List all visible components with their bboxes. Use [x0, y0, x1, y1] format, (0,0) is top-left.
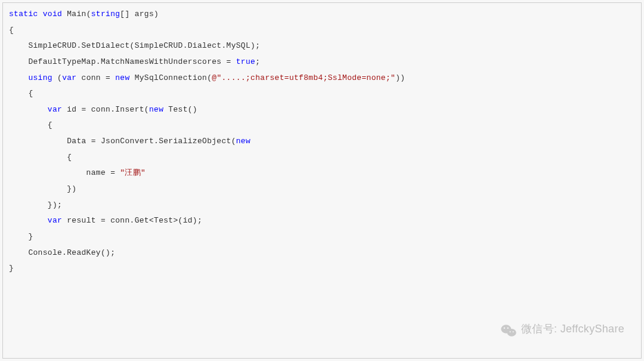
code-line: }: [9, 229, 635, 245]
code-line: Console.ReadKey();: [9, 245, 635, 261]
wechat-icon: [501, 323, 516, 336]
code-line: SimpleCRUD.SetDialect(SimpleCRUD.Dialect…: [9, 38, 635, 54]
svg-point-4: [510, 331, 511, 332]
code-line: var id = conn.Insert(new Test(): [9, 102, 635, 118]
keyword-var: var: [48, 216, 62, 225]
keyword-string: string: [91, 10, 120, 18]
code-line: {: [9, 150, 635, 166]
svg-point-2: [504, 327, 505, 328]
keyword-true: true: [236, 57, 255, 66]
keyword-new: new: [149, 105, 163, 114]
svg-point-1: [507, 329, 516, 337]
keyword-var: var: [48, 105, 62, 114]
code-line: using (var conn = new MySqlConnection(@"…: [9, 70, 635, 87]
keyword-new: new: [236, 137, 250, 146]
svg-point-5: [513, 331, 514, 332]
string-literal: @".....;charset=utf8mb4;SslMode=none;": [212, 73, 395, 82]
watermark-text: 微信号: JeffckyShare: [521, 318, 624, 340]
keyword-void: void: [43, 10, 62, 18]
code-line: });: [9, 198, 635, 214]
code-line: DefaultTypeMap.MatchNamesWithUnderscores…: [9, 54, 635, 70]
keyword-static: static: [9, 10, 38, 18]
code-line: static void Main(string[] args): [9, 7, 635, 23]
keyword-var: var: [62, 73, 76, 82]
code-block: static void Main(string[] args) { Simple…: [2, 2, 642, 359]
keyword-using: using: [28, 73, 52, 82]
code-line: Data = JsonConvert.SerializeObject(new: [9, 134, 635, 150]
code-line: {: [9, 23, 635, 39]
code-line: {: [9, 86, 635, 102]
svg-point-3: [507, 327, 509, 328]
code-line: }: [9, 261, 635, 277]
code-line: name = "汪鹏": [9, 165, 635, 181]
code-line: {: [9, 118, 635, 134]
code-line: }): [9, 181, 635, 198]
watermark: 微信号: JeffckyShare: [501, 318, 624, 340]
code-line: var result = conn.Get<Test>(id);: [9, 213, 635, 229]
string-literal: "汪鹏": [120, 168, 145, 177]
keyword-new: new: [115, 73, 129, 82]
